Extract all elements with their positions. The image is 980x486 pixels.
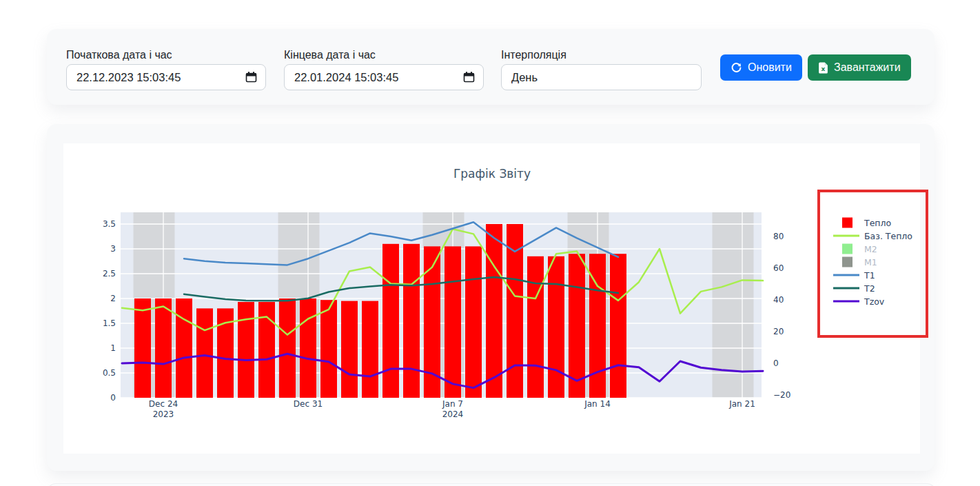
legend-label-baz-teplo: Баз. Тепло xyxy=(864,231,912,241)
legend-swatch-teplo xyxy=(842,218,853,228)
y-right-tick: 20 xyxy=(773,327,784,336)
legend-label-teplo: Тепло xyxy=(864,218,891,228)
y-right-tick: 60 xyxy=(773,263,784,273)
x-tick-year: 2023 xyxy=(153,409,174,419)
refresh-button-label: Оновити xyxy=(748,61,792,74)
end-date-label: Кінцева дата і час xyxy=(284,48,484,62)
bar-teplo[interactable] xyxy=(155,298,172,398)
chart-panel: Графік Звіту00.511.522.533.5−20020406080… xyxy=(47,124,935,471)
legend-label-t1: T1 xyxy=(864,270,875,281)
bar-teplo[interactable] xyxy=(486,224,502,398)
legend-swatch-m2 xyxy=(842,244,853,254)
y-left-tick: 2 xyxy=(110,294,116,303)
bar-teplo[interactable] xyxy=(569,254,585,398)
bar-teplo[interactable] xyxy=(382,244,399,398)
interpolation-input[interactable]: День xyxy=(501,64,702,90)
y-left-tick: 1 xyxy=(110,343,116,353)
interpolation-group: Інтерполяція День xyxy=(501,48,702,90)
y-right-tick: 80 xyxy=(773,232,784,241)
y-left-tick: 0 xyxy=(110,393,116,403)
legend-label-m2: M2 xyxy=(864,244,877,254)
bar-teplo[interactable] xyxy=(362,301,378,398)
y-left-tick: 0.5 xyxy=(103,368,116,378)
x-tick: Jan 14 xyxy=(584,399,611,409)
bar-teplo[interactable] xyxy=(445,246,461,398)
y-left-tick: 2.5 xyxy=(103,269,116,279)
page: { "filters": { "start_label": "Початкова… xyxy=(0,0,980,486)
interpolation-value: День xyxy=(511,71,538,84)
y-right-tick: 0 xyxy=(773,358,779,368)
bar-teplo[interactable] xyxy=(403,244,420,398)
x-tick: Dec 31 xyxy=(294,399,323,409)
svg-text:x: x xyxy=(821,65,826,72)
download-button[interactable]: x Завантажити xyxy=(808,54,911,81)
bar-teplo[interactable] xyxy=(527,256,544,398)
bar-teplo[interactable] xyxy=(300,298,316,398)
bar-teplo[interactable] xyxy=(424,246,440,398)
start-date-value: 22.12.2023 15:03:45 xyxy=(76,71,181,84)
legend-swatch-m1 xyxy=(842,257,853,267)
legend-label-m1: M1 xyxy=(864,257,877,267)
y-left-tick: 1.5 xyxy=(103,318,116,328)
bar-teplo[interactable] xyxy=(507,224,523,398)
legend-label-tzov: Tzov xyxy=(864,296,885,307)
filter-panel: Початкова дата і час 22.12.2023 15:03:45… xyxy=(47,29,935,105)
calendar-icon[interactable] xyxy=(245,72,257,83)
bar-teplo[interactable] xyxy=(196,308,213,398)
legend-item-teplo[interactable]: Тепло xyxy=(842,218,891,228)
y-left-tick: 3 xyxy=(110,244,116,254)
chart-title: Графік Звіту xyxy=(453,167,531,181)
bar-teplo[interactable] xyxy=(548,256,564,398)
refresh-icon xyxy=(731,62,742,74)
bar-teplo[interactable] xyxy=(465,246,482,398)
bar-teplo[interactable] xyxy=(134,298,151,398)
end-date-input[interactable]: 22.01.2024 15:03:45 xyxy=(284,64,484,90)
bar-teplo[interactable] xyxy=(610,254,626,398)
y-right-tick: −20 xyxy=(773,390,790,400)
start-date-group: Початкова дата і час 22.12.2023 15:03:45 xyxy=(66,48,266,90)
end-date-value: 22.01.2024 15:03:45 xyxy=(294,71,398,84)
bar-teplo[interactable] xyxy=(176,298,192,398)
end-date-group: Кінцева дата і час 22.01.2024 15:03:45 xyxy=(284,48,484,90)
start-date-label: Початкова дата і час xyxy=(66,48,266,62)
calendar-icon[interactable] xyxy=(463,72,475,83)
download-button-label: Завантажити xyxy=(834,61,901,74)
file-excel-icon: x xyxy=(818,62,828,74)
legend-label-t2: T2 xyxy=(864,283,875,294)
refresh-button[interactable]: Оновити xyxy=(720,54,802,81)
bar-teplo[interactable] xyxy=(341,301,358,398)
bar-teplo[interactable] xyxy=(238,302,254,398)
x-tick: Dec 24 xyxy=(149,399,178,409)
bar-teplo[interactable] xyxy=(279,298,296,398)
bar-teplo[interactable] xyxy=(320,300,337,398)
y-left-tick: 3.5 xyxy=(103,219,116,229)
x-tick: Jan 7 xyxy=(442,399,463,409)
chart-surface: Графік Звіту00.511.522.533.5−20020406080… xyxy=(63,143,933,454)
next-panel-edge xyxy=(47,483,936,486)
interpolation-label: Інтерполяція xyxy=(501,48,702,62)
start-date-input[interactable]: 22.12.2023 15:03:45 xyxy=(66,64,266,90)
x-tick-year: 2024 xyxy=(442,409,464,419)
y-right-tick: 40 xyxy=(773,295,784,305)
x-tick: Jan 21 xyxy=(728,399,755,409)
report-chart: Графік Звіту00.511.522.533.5−20020406080… xyxy=(63,143,933,454)
